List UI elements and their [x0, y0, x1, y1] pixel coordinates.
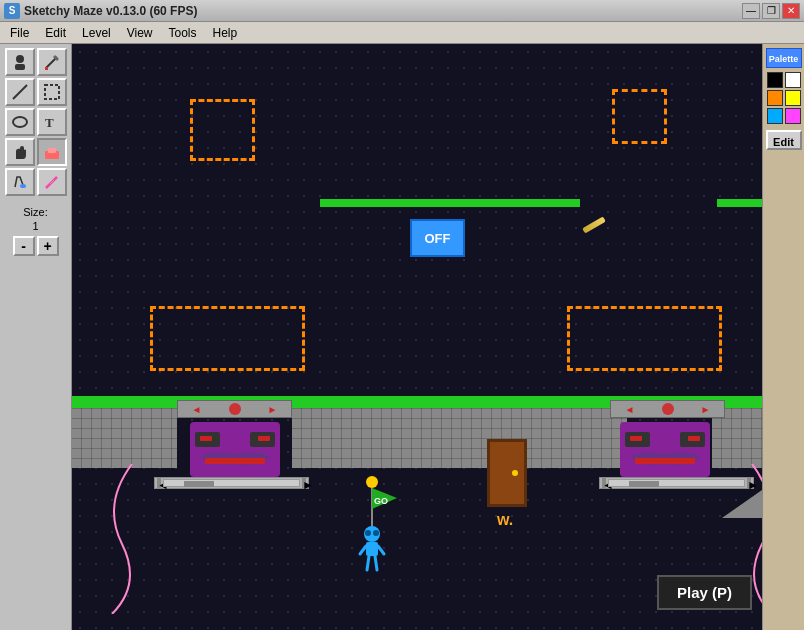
- size-increase-button[interactable]: +: [37, 236, 59, 256]
- color-orange[interactable]: [767, 90, 783, 106]
- tool-row-2: [5, 78, 67, 106]
- size-controls: - +: [13, 236, 59, 256]
- color-black[interactable]: [767, 72, 783, 88]
- scroll-right-thumb[interactable]: [629, 481, 659, 487]
- dashed-box-2: [612, 89, 667, 144]
- collectible-w: w.: [497, 511, 513, 529]
- menu-item-tools[interactable]: Tools: [161, 24, 205, 42]
- minimize-button[interactable]: —: [742, 3, 760, 19]
- stone-left: [72, 408, 177, 468]
- svg-rect-17: [200, 436, 212, 441]
- door-knob: [512, 470, 518, 476]
- color-pink[interactable]: [785, 108, 801, 124]
- svg-rect-18: [258, 436, 270, 441]
- edit-button[interactable]: Edit: [766, 130, 802, 150]
- dashed-box-1: [190, 99, 255, 161]
- svg-rect-31: [366, 542, 378, 556]
- player: [357, 526, 387, 576]
- scroll-left-end[interactable]: ►: [302, 478, 306, 488]
- svg-rect-4: [45, 67, 48, 70]
- dashed-box-mid-left: [150, 306, 305, 371]
- stone-center: [292, 408, 627, 468]
- restore-button[interactable]: ❐: [762, 3, 780, 19]
- tool-row-1: [5, 48, 67, 76]
- svg-rect-23: [630, 436, 642, 441]
- size-value: 1: [32, 220, 38, 232]
- right-panel: Palette Edit: [762, 44, 804, 630]
- tool-hand[interactable]: [5, 138, 35, 166]
- titlebar-title: Sketchy Maze v0.13.0 (60 FPS): [24, 4, 197, 18]
- svg-rect-6: [45, 85, 59, 99]
- app-icon: S: [4, 3, 20, 19]
- menu-item-file[interactable]: File: [2, 24, 37, 42]
- svg-rect-10: [48, 148, 56, 153]
- svg-rect-19: [205, 458, 265, 464]
- tool-pencil-inactive[interactable]: [37, 48, 67, 76]
- left-toolbar: T Size: 1 - +: [0, 44, 72, 630]
- svg-point-11: [20, 184, 26, 188]
- svg-line-32: [360, 546, 366, 554]
- pink-curve-left: [72, 464, 192, 614]
- svg-point-36: [365, 530, 371, 536]
- color-white[interactable]: [785, 72, 801, 88]
- svg-line-34: [367, 556, 369, 570]
- control-left: ◄ ►: [177, 400, 292, 418]
- palette-row-2: [767, 90, 801, 106]
- svg-point-0: [16, 55, 24, 63]
- svg-rect-24: [688, 436, 700, 441]
- svg-rect-14: [190, 422, 280, 477]
- svg-line-35: [375, 556, 377, 570]
- tool-row-4: [5, 138, 67, 166]
- svg-rect-1: [15, 64, 25, 70]
- tool-eraser[interactable]: [37, 138, 67, 166]
- tool-text[interactable]: T: [37, 108, 67, 136]
- tool-ellipse[interactable]: [5, 108, 35, 136]
- size-label: Size:: [23, 206, 47, 218]
- tool-rect-select[interactable]: [37, 78, 67, 106]
- tool-sword[interactable]: [37, 168, 67, 196]
- off-button[interactable]: OFF: [410, 219, 465, 257]
- palette-row-1: [767, 72, 801, 88]
- tool-row-3: T: [5, 108, 67, 136]
- menu-item-level[interactable]: Level: [74, 24, 119, 42]
- color-yellow[interactable]: [785, 90, 801, 106]
- game-area: OFF: [72, 44, 762, 630]
- color-blue[interactable]: [767, 108, 783, 124]
- svg-line-5: [13, 85, 27, 99]
- control-right: ◄ ►: [610, 400, 725, 418]
- platform-top-center: [320, 199, 580, 207]
- main-layout: T Size: 1 - +: [0, 44, 804, 630]
- pencil-cursor: [582, 216, 606, 233]
- platform-top-right: [717, 199, 762, 207]
- palette-button[interactable]: Palette: [766, 48, 802, 68]
- menu-item-edit[interactable]: Edit: [37, 24, 74, 42]
- dashed-box-mid-right: [567, 306, 722, 371]
- titlebar: S Sketchy Maze v0.13.0 (60 FPS) — ❐ ✕: [0, 0, 804, 22]
- play-button[interactable]: Play (P): [657, 575, 752, 610]
- palette-row-3: [767, 108, 801, 124]
- menubar: FileEditLevelViewToolsHelp: [0, 22, 804, 44]
- enemy-left: [190, 422, 280, 477]
- tool-paint[interactable]: [5, 168, 35, 196]
- svg-text:T: T: [45, 115, 54, 130]
- window-controls: — ❐ ✕: [742, 3, 800, 19]
- menu-item-help[interactable]: Help: [205, 24, 246, 42]
- svg-line-33: [378, 546, 384, 554]
- svg-point-7: [13, 117, 27, 127]
- door: [487, 439, 527, 507]
- svg-point-37: [373, 530, 379, 536]
- tool-actor[interactable]: [5, 48, 35, 76]
- size-decrease-button[interactable]: -: [13, 236, 35, 256]
- close-button[interactable]: ✕: [782, 3, 800, 19]
- tool-row-5: [5, 168, 67, 196]
- scroll-right-btn[interactable]: ◄: [602, 478, 606, 488]
- svg-point-26: [366, 476, 378, 488]
- svg-rect-25: [635, 458, 695, 464]
- tool-line[interactable]: [5, 78, 35, 106]
- svg-text:GO: GO: [374, 496, 388, 506]
- menu-item-view[interactable]: View: [119, 24, 161, 42]
- game-canvas[interactable]: OFF: [72, 44, 762, 630]
